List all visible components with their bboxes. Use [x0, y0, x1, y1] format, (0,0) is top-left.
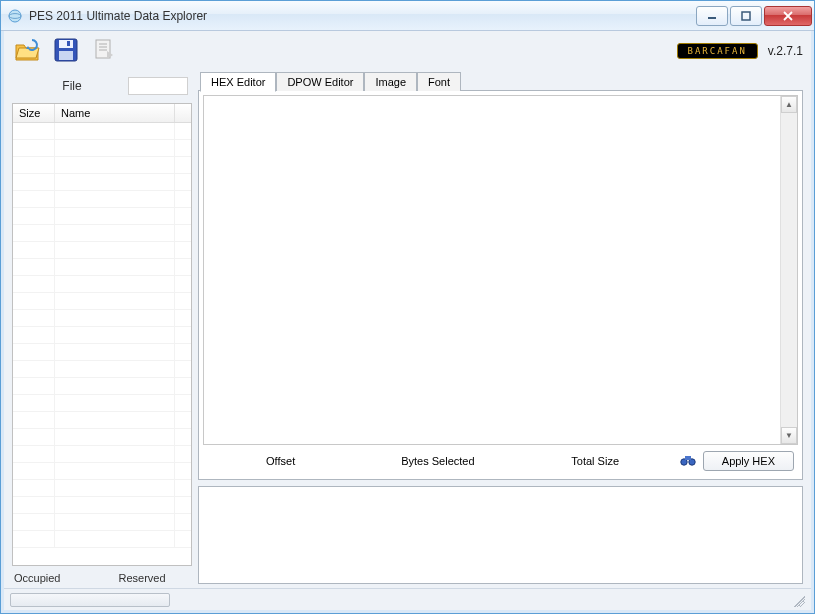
- column-size[interactable]: Size: [13, 104, 55, 122]
- app-icon: [7, 8, 23, 24]
- export-button[interactable]: [88, 35, 120, 67]
- hex-info-row: Offset Bytes Selected Total Size Apply H…: [203, 445, 798, 475]
- brand-badge: BARCAFAN: [677, 43, 758, 59]
- table-row: [13, 293, 191, 310]
- close-button[interactable]: [764, 6, 812, 26]
- file-value-box: [128, 77, 188, 95]
- table-row: [13, 497, 191, 514]
- table-row: [13, 310, 191, 327]
- folder-open-icon: [14, 37, 42, 66]
- table-row: [13, 276, 191, 293]
- column-spacer: [175, 104, 191, 122]
- file-label: File: [16, 79, 128, 93]
- binoculars-icon: [680, 453, 696, 469]
- table-row: [13, 361, 191, 378]
- table-row: [13, 259, 191, 276]
- statusbar: [4, 588, 811, 610]
- svg-rect-2: [708, 17, 716, 19]
- offset-label: Offset: [207, 455, 354, 467]
- table-row: [13, 463, 191, 480]
- save-icon: [53, 37, 79, 66]
- table-row: [13, 174, 191, 191]
- column-name[interactable]: Name: [55, 104, 175, 122]
- tab-pane: ▲ ▼ Offset Bytes Selected Total Size: [198, 90, 803, 480]
- scroll-up-icon[interactable]: ▲: [781, 96, 797, 113]
- tab-strip: HEX Editor DPOW Editor Image Font: [198, 72, 803, 91]
- tab-dpow-editor[interactable]: DPOW Editor: [276, 72, 364, 91]
- titlebar: PES 2011 Ultimate Data Explorer: [1, 1, 814, 31]
- table-row: [13, 344, 191, 361]
- table-row: [13, 412, 191, 429]
- window-controls: [694, 6, 812, 26]
- toolbar: BARCAFAN v.2.7.1: [4, 31, 811, 71]
- table-row: [13, 327, 191, 344]
- version-label: v.2.7.1: [768, 44, 803, 58]
- document-export-icon: [91, 37, 117, 66]
- output-box: [198, 486, 803, 584]
- progress-bar: [10, 593, 170, 607]
- resize-grip[interactable]: [791, 593, 805, 607]
- svg-rect-7: [67, 41, 70, 46]
- file-list[interactable]: Size Name: [12, 103, 192, 566]
- tab-image[interactable]: Image: [364, 72, 417, 91]
- table-row: [13, 395, 191, 412]
- main: File Size Name: [4, 71, 811, 588]
- table-row: [13, 123, 191, 140]
- maximize-button[interactable]: [730, 6, 762, 26]
- svg-point-0: [9, 10, 21, 22]
- list-body: [13, 123, 191, 565]
- table-row: [13, 208, 191, 225]
- table-row: [13, 531, 191, 548]
- file-row: File: [12, 71, 192, 103]
- table-row: [13, 378, 191, 395]
- occupied-label: Occupied: [14, 572, 94, 584]
- svg-rect-6: [59, 51, 73, 60]
- svg-rect-5: [59, 40, 73, 48]
- scroll-track[interactable]: [781, 113, 797, 427]
- scroll-down-icon[interactable]: ▼: [781, 427, 797, 444]
- table-row: [13, 191, 191, 208]
- total-size-label: Total Size: [522, 455, 669, 467]
- toolbar-icons: [12, 35, 120, 67]
- tab-font[interactable]: Font: [417, 72, 461, 91]
- hex-area[interactable]: ▲ ▼: [203, 95, 798, 445]
- tab-hex-editor[interactable]: HEX Editor: [200, 72, 276, 92]
- table-row: [13, 480, 191, 497]
- table-row: [13, 514, 191, 531]
- window-title: PES 2011 Ultimate Data Explorer: [29, 9, 694, 23]
- svg-rect-3: [742, 12, 750, 20]
- table-row: [13, 225, 191, 242]
- right-panel: HEX Editor DPOW Editor Image Font ▲ ▼ Of…: [198, 71, 803, 584]
- table-row: [13, 446, 191, 463]
- open-button[interactable]: [12, 35, 44, 67]
- bytes-selected-label: Bytes Selected: [364, 455, 511, 467]
- table-row: [13, 429, 191, 446]
- apply-hex-button[interactable]: Apply HEX: [703, 451, 794, 471]
- minimize-button[interactable]: [696, 6, 728, 26]
- left-footer: Occupied Reserved: [12, 566, 192, 584]
- find-button[interactable]: [679, 453, 697, 469]
- table-row: [13, 242, 191, 259]
- reserved-label: Reserved: [94, 572, 190, 584]
- table-row: [13, 157, 191, 174]
- table-row: [13, 140, 191, 157]
- left-panel: File Size Name: [12, 71, 192, 584]
- hex-scrollbar[interactable]: ▲ ▼: [780, 96, 797, 444]
- list-header: Size Name: [13, 104, 191, 123]
- svg-rect-11: [685, 456, 691, 460]
- client-area: BARCAFAN v.2.7.1 File Size Name: [1, 31, 814, 613]
- save-button[interactable]: [50, 35, 82, 67]
